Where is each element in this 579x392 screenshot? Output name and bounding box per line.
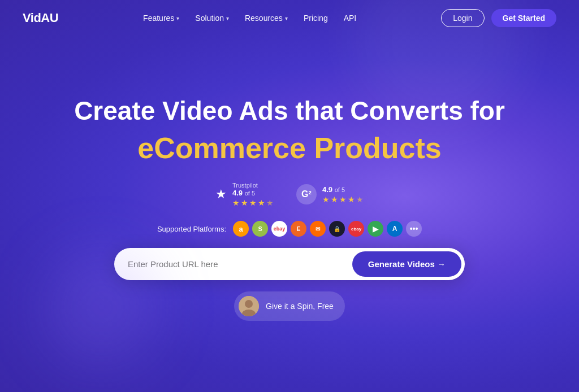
trustpilot-rating: ★ Trustpilot 4.9 of 5 ★ ★ ★ ★ ★ [215,181,274,207]
platform-ebay: ebay [271,221,287,237]
trustpilot-of: of 5 [245,190,255,197]
decoration-blob-2 [45,251,158,364]
platform-app-store: A [387,221,403,237]
url-input-wrapper: Generate Videos → [114,248,465,280]
platform-aliexpress: ✉ [310,221,326,237]
platform-more: ••• [406,221,422,237]
g2-score: 4.9 [322,185,332,194]
platform-google-play: ▶ [368,221,383,237]
nav-item-pricing[interactable]: Pricing [304,14,328,23]
nav-item-solution[interactable]: Solution ▾ [195,14,229,23]
chevron-down-icon: ▾ [285,15,288,21]
nav-actions: Login Get Started [441,9,556,27]
platform-shopify2: 🔒 [329,221,345,237]
brand-logo[interactable]: VidAU [23,11,58,25]
generate-videos-button[interactable]: Generate Videos → [352,251,461,277]
spin-avatar [239,296,259,316]
hero-title-highlight: eCommerce Products [137,130,442,165]
platform-icons: a S ebay E ✉ 🔒 ebay ▶ A ••• [233,221,422,237]
g2-of: of 5 [335,186,345,193]
spin-cta-button[interactable]: Give it a Spin, Free [234,291,345,321]
g2-icon: G² [296,184,317,204]
platform-shopify: S [252,221,268,237]
spin-cta-label: Give it a Spin, Free [266,302,334,311]
platform-etsy: E [291,221,306,237]
platform-ebay2: ebay [348,221,364,237]
svg-point-1 [245,300,253,308]
get-started-button[interactable]: Get Started [491,9,556,27]
trustpilot-score: 4.9 [232,189,243,197]
nav-item-api[interactable]: API [344,14,357,23]
navbar: VidAU Features ▾ Solution ▾ Resources ▾ [0,0,579,36]
g2-stars: ★ ★ ★ ★ ★ [322,195,364,204]
trustpilot-label: Trustpilot [232,182,258,189]
hero-background: VidAU Features ▾ Solution ▾ Resources ▾ [0,0,579,392]
chevron-down-icon: ▾ [176,15,179,21]
g2-rating: G² 4.9 of 5 ★ ★ ★ ★ ★ [296,184,364,204]
url-input[interactable] [128,254,352,275]
chevron-down-icon: ▾ [226,15,229,21]
nav-item-features[interactable]: Features ▾ [143,14,179,23]
nav-item-resources[interactable]: Resources ▾ [245,14,288,23]
platform-amazon: a [233,221,249,237]
trustpilot-icon: ★ [215,187,227,202]
nav-links: Features ▾ Solution ▾ Resources ▾ Pricin… [143,14,356,23]
platforms-section: Supported Platforms: a S ebay E ✉ 🔒 ebay… [157,221,422,237]
trustpilot-stars: ★ ★ ★ ★ ★ [232,198,274,207]
ratings-section: ★ Trustpilot 4.9 of 5 ★ ★ ★ ★ ★ [215,181,364,207]
platforms-label: Supported Platforms: [157,225,226,233]
login-button[interactable]: Login [441,9,484,27]
